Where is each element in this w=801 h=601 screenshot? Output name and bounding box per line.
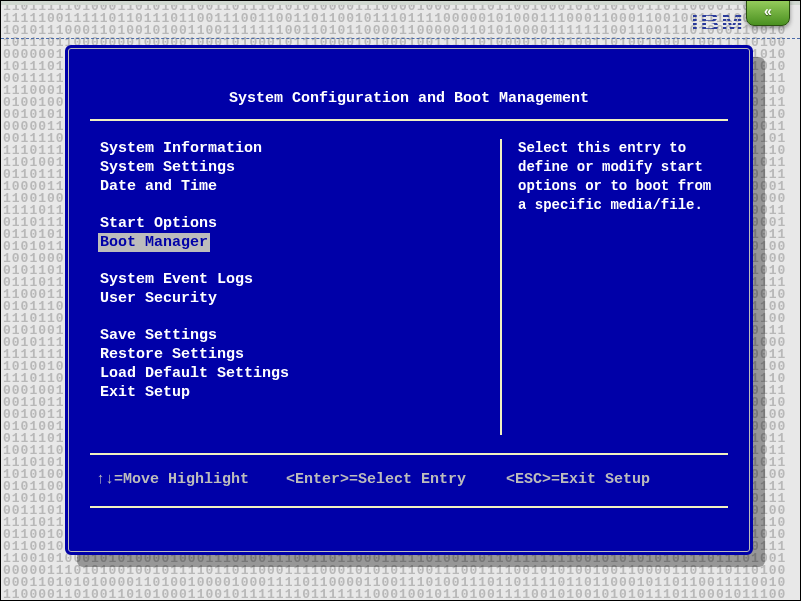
bios-panel: System Configuration and Boot Management… [65,45,753,555]
menu-user-security[interactable]: User Security [98,289,219,308]
menu-system-settings[interactable]: System Settings [98,158,237,177]
panel-inner: System Configuration and Boot Management… [68,48,750,552]
menu-boot-manager[interactable]: Boot Manager [98,233,210,252]
legend-select-entry: <Enter>=Select Entry [286,471,506,488]
menu-load-default-settings[interactable]: Load Default Settings [98,364,291,383]
ibm-logo: IBM [691,7,745,38]
menu-system-event-logs[interactable]: System Event Logs [98,270,255,289]
body-columns: System Information System Settings Date … [90,139,728,435]
menu-group-2: Start Options Boot Manager [98,214,500,252]
menu-date-and-time[interactable]: Date and Time [98,177,219,196]
menu-start-options[interactable]: Start Options [98,214,219,233]
menu-exit-setup[interactable]: Exit Setup [98,383,192,402]
legend-bar: ↑↓=Move Highlight <Enter>=Select Entry <… [90,463,728,488]
menu-group-4: Save Settings Restore Settings Load Defa… [98,326,500,402]
title-rule [90,119,728,121]
menu-group-1: System Information System Settings Date … [98,139,500,196]
menu-system-information[interactable]: System Information [98,139,264,158]
top-strip [1,1,800,5]
menu-save-settings[interactable]: Save Settings [98,326,219,345]
page-title: System Configuration and Boot Management [90,72,728,119]
menu-group-3: System Event Logs User Security [98,270,500,308]
badge-glyph: « [764,4,772,20]
help-text: Select this entry to define or modify st… [514,139,728,435]
ibm-logo-text: IBM [691,7,745,37]
header-divider [1,38,800,39]
menu-restore-settings[interactable]: Restore Settings [98,345,246,364]
badge-icon: « [746,0,790,26]
vertical-divider [500,139,502,435]
legend-exit-setup: <ESC>=Exit Setup [506,471,722,488]
legend-rule-top [90,453,728,455]
menu-column: System Information System Settings Date … [90,139,500,435]
legend-rule-bottom [90,506,728,508]
legend-move-highlight: ↑↓=Move Highlight [96,471,286,488]
